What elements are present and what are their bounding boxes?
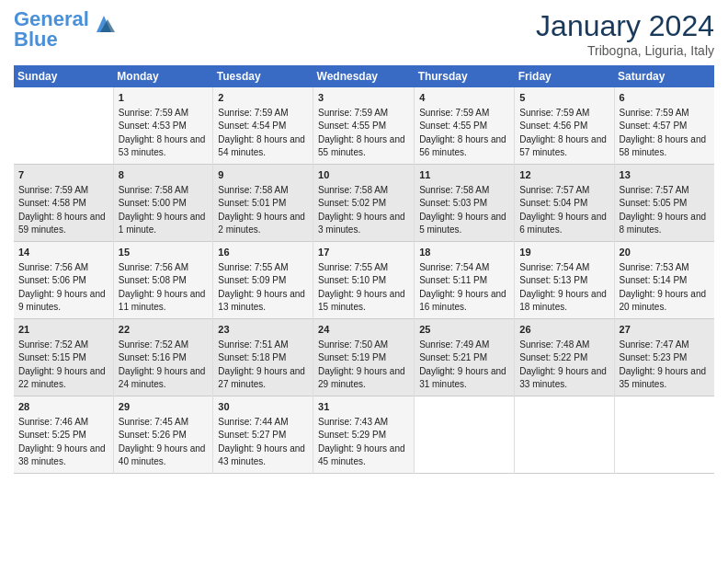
sunset-text: Sunset: 5:27 PM [218,430,286,440]
logo: GeneralBlue [14,9,117,50]
day-number: 5 [519,91,609,106]
sunrise-text: Sunrise: 7:52 AM [119,339,188,350]
daylight-text: Daylight: 9 hours and 11 minutes. [119,289,206,313]
sunset-text: Sunset: 5:13 PM [519,275,587,285]
day-number: 27 [620,323,710,338]
sunrise-text: Sunrise: 7:51 AM [218,339,288,350]
calendar-cell: 21Sunrise: 7:52 AMSunset: 5:15 PMDayligh… [14,318,113,396]
sunrise-text: Sunrise: 7:59 AM [519,108,589,118]
sunrise-text: Sunrise: 7:50 AM [318,339,388,350]
daylight-text: Daylight: 8 hours and 58 minutes. [620,134,707,158]
daylight-text: Daylight: 9 hours and 9 minutes. [18,289,106,313]
col-wednesday: Wednesday [313,65,415,87]
sunrise-text: Sunrise: 7:54 AM [519,262,589,272]
calendar-cell [515,396,614,473]
sunset-text: Sunset: 4:55 PM [419,121,487,131]
calendar-cell: 24Sunrise: 7:50 AMSunset: 5:19 PMDayligh… [313,318,415,396]
sunset-text: Sunset: 5:22 PM [519,352,587,362]
calendar-cell [614,396,714,473]
sunrise-text: Sunrise: 7:47 AM [620,339,689,350]
day-number: 31 [318,400,409,415]
sunrise-text: Sunrise: 7:52 AM [18,339,88,350]
calendar-cell: 5Sunrise: 7:59 AMSunset: 4:56 PMDaylight… [515,87,614,164]
col-tuesday: Tuesday [213,65,313,87]
calendar-cell: 28Sunrise: 7:46 AMSunset: 5:25 PMDayligh… [14,396,113,473]
daylight-text: Daylight: 9 hours and 24 minutes. [119,366,206,390]
header-row: Sunday Monday Tuesday Wednesday Thursday… [14,65,714,87]
day-number: 17 [318,246,409,260]
day-number: 6 [620,91,710,106]
sunset-text: Sunset: 5:26 PM [119,430,187,440]
day-number: 23 [218,323,308,338]
daylight-text: Daylight: 9 hours and 16 minutes. [419,289,506,313]
sunset-text: Sunset: 4:58 PM [18,198,86,208]
sunrise-text: Sunrise: 7:49 AM [419,339,489,350]
calendar-table: Sunday Monday Tuesday Wednesday Thursday… [14,65,714,474]
calendar-cell: 19Sunrise: 7:54 AMSunset: 5:13 PMDayligh… [515,241,614,318]
daylight-text: Daylight: 8 hours and 55 minutes. [318,134,405,158]
sunset-text: Sunset: 4:57 PM [620,121,688,131]
sunrise-text: Sunrise: 7:54 AM [419,262,489,272]
day-number: 16 [218,246,308,260]
sunset-text: Sunset: 5:15 PM [18,352,86,362]
day-number: 29 [119,400,209,415]
sunrise-text: Sunrise: 7:43 AM [318,417,388,427]
daylight-text: Daylight: 9 hours and 31 minutes. [419,366,506,390]
logo-icon [91,12,117,38]
daylight-text: Daylight: 9 hours and 8 minutes. [620,212,707,236]
sunset-text: Sunset: 5:16 PM [119,352,187,362]
calendar-header: Sunday Monday Tuesday Wednesday Thursday… [14,65,714,87]
sunrise-text: Sunrise: 7:58 AM [119,185,188,195]
sunset-text: Sunset: 4:55 PM [318,121,386,131]
daylight-text: Daylight: 9 hours and 35 minutes. [620,366,707,390]
day-number: 1 [119,91,209,106]
calendar-cell: 11Sunrise: 7:58 AMSunset: 5:03 PMDayligh… [415,164,515,241]
sunset-text: Sunset: 5:25 PM [18,430,86,440]
col-saturday: Saturday [614,65,714,87]
calendar-cell: 13Sunrise: 7:57 AMSunset: 5:05 PMDayligh… [614,164,714,241]
sunset-text: Sunset: 5:08 PM [119,275,187,285]
calendar-week-2: 7Sunrise: 7:59 AMSunset: 4:58 PMDaylight… [14,164,714,241]
sunrise-text: Sunrise: 7:59 AM [419,108,489,118]
daylight-text: Daylight: 9 hours and 18 minutes. [519,289,607,313]
calendar-cell: 30Sunrise: 7:44 AMSunset: 5:27 PMDayligh… [213,396,313,473]
daylight-text: Daylight: 9 hours and 27 minutes. [218,366,305,390]
day-number: 26 [519,323,609,338]
calendar-cell: 9Sunrise: 7:58 AMSunset: 5:01 PMDaylight… [213,164,313,241]
day-number: 7 [18,168,108,183]
col-sunday: Sunday [14,65,113,87]
calendar-cell: 18Sunrise: 7:54 AMSunset: 5:11 PMDayligh… [415,241,515,318]
sunrise-text: Sunrise: 7:57 AM [620,185,689,195]
sunset-text: Sunset: 5:21 PM [419,352,487,362]
sunset-text: Sunset: 5:23 PM [620,352,688,362]
calendar-week-3: 14Sunrise: 7:56 AMSunset: 5:06 PMDayligh… [14,241,714,318]
calendar-cell: 3Sunrise: 7:59 AMSunset: 4:55 PMDaylight… [313,87,415,164]
calendar-week-1: 1Sunrise: 7:59 AMSunset: 4:53 PMDaylight… [14,87,714,164]
calendar-cell: 7Sunrise: 7:59 AMSunset: 4:58 PMDaylight… [14,164,113,241]
calendar-cell: 4Sunrise: 7:59 AMSunset: 4:55 PMDaylight… [415,87,515,164]
sunset-text: Sunset: 5:02 PM [318,198,386,208]
daylight-text: Daylight: 9 hours and 43 minutes. [218,443,305,467]
sunrise-text: Sunrise: 7:58 AM [318,185,388,195]
sunset-text: Sunset: 4:54 PM [218,121,286,131]
calendar-week-5: 28Sunrise: 7:46 AMSunset: 5:25 PMDayligh… [14,396,714,473]
daylight-text: Daylight: 8 hours and 54 minutes. [218,134,305,158]
sunrise-text: Sunrise: 7:44 AM [218,417,288,427]
daylight-text: Daylight: 9 hours and 2 minutes. [218,212,305,236]
calendar-cell: 31Sunrise: 7:43 AMSunset: 5:29 PMDayligh… [313,396,415,473]
sunrise-text: Sunrise: 7:55 AM [218,262,288,272]
sunset-text: Sunset: 5:14 PM [620,275,688,285]
page-container: GeneralBlue January 2024 Tribogna, Ligur… [0,0,728,483]
daylight-text: Daylight: 9 hours and 45 minutes. [318,443,405,467]
sunrise-text: Sunrise: 7:59 AM [620,108,689,118]
daylight-text: Daylight: 9 hours and 40 minutes. [119,443,206,467]
page-header: GeneralBlue January 2024 Tribogna, Ligur… [14,9,714,58]
day-number: 15 [119,246,209,260]
sunset-text: Sunset: 5:29 PM [318,430,386,440]
day-number: 28 [18,400,108,415]
day-number: 10 [318,168,409,183]
sunset-text: Sunset: 5:10 PM [318,275,386,285]
daylight-text: Daylight: 9 hours and 38 minutes. [18,443,106,467]
sunrise-text: Sunrise: 7:59 AM [119,108,188,118]
sunrise-text: Sunrise: 7:45 AM [119,417,188,427]
